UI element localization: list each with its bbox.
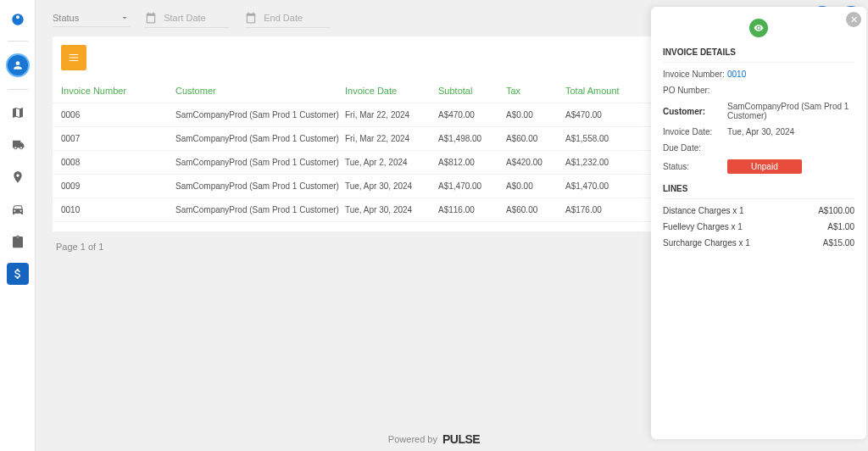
status-badge: Unpaid <box>727 159 802 174</box>
close-icon: ✕ <box>850 14 858 25</box>
divider <box>8 89 28 90</box>
sidebar-item-billing[interactable] <box>7 263 29 285</box>
eye-icon <box>754 23 764 33</box>
sidebar-item-vehicle[interactable] <box>7 198 29 220</box>
end-date-input[interactable]: End Date <box>245 8 330 28</box>
cell-invoice-number: 0010 <box>61 205 175 214</box>
app-logo <box>8 10 27 29</box>
detail-invoice-number: Invoice Number: 0010 <box>663 70 854 79</box>
cell-total: A$470.00 <box>565 110 650 120</box>
cell-total: A$1,558.00 <box>565 134 650 143</box>
user-avatar[interactable] <box>6 53 30 77</box>
footer-brand: PULSE <box>442 432 480 446</box>
line-label: Distance Charges x 1 <box>663 206 744 215</box>
line-label: Fuellevy Charges x 1 <box>663 222 743 231</box>
cell-invoice-number: 0007 <box>61 134 175 143</box>
cell-subtotal: A$116.00 <box>438 205 506 214</box>
cell-customer: SamCompanyProd (Sam Prod 1 Customer) <box>175 205 345 214</box>
calendar-icon <box>245 12 257 24</box>
divider <box>8 41 28 42</box>
cell-total: A$176.00 <box>565 205 650 214</box>
col-total[interactable]: Total Amount <box>565 86 650 96</box>
col-invoice-number[interactable]: Invoice Number <box>61 86 175 96</box>
cell-tax: A$60.00 <box>506 134 565 143</box>
close-button[interactable]: ✕ <box>846 12 861 27</box>
sidebar-item-map[interactable] <box>7 102 29 124</box>
cell-subtotal: A$470.00 <box>438 110 506 120</box>
cell-date: Fri, Mar 22, 2024 <box>345 110 438 120</box>
cell-date: Tue, Apr 30, 2024 <box>345 205 438 214</box>
status-label: Status <box>53 13 79 23</box>
sidebar-item-clipboard[interactable] <box>7 231 29 253</box>
line-amount: A$1.00 <box>827 222 854 231</box>
calendar-icon <box>145 12 157 24</box>
sidebar <box>0 0 36 451</box>
line-amount: A$15.00 <box>823 238 854 248</box>
detail-po-number: PO Number: <box>663 86 854 95</box>
sidebar-item-truck[interactable] <box>7 134 29 156</box>
cell-customer: SamCompanyProd (Sam Prod 1 Customer) <box>175 134 345 143</box>
detail-status: Status: Unpaid <box>663 159 854 174</box>
col-subtotal[interactable]: Subtotal <box>438 86 506 96</box>
cell-customer: SamCompanyProd (Sam Prod 1 Customer) <box>175 181 345 191</box>
list-icon <box>68 52 80 64</box>
powered-by-label: Powered by <box>388 434 437 444</box>
detail-due-date: Due Date: <box>663 143 854 153</box>
cell-tax: A$420.00 <box>506 158 565 167</box>
cell-total: A$1,470.00 <box>565 181 650 191</box>
cell-tax: A$0.00 <box>506 110 565 120</box>
view-badge <box>749 19 768 37</box>
col-tax[interactable]: Tax <box>506 86 565 96</box>
list-view-tab[interactable] <box>61 45 86 70</box>
invoice-number-link[interactable]: 0010 <box>727 70 746 79</box>
footer: Powered by PULSE <box>388 432 480 446</box>
line-amount: A$100.00 <box>818 206 854 215</box>
cell-subtotal: A$1,470.00 <box>438 181 506 191</box>
cell-date: Tue, Apr 2, 2024 <box>345 158 438 167</box>
line-item: Fuellevy Charges x 1A$1.00 <box>663 222 854 231</box>
detail-invoice-date: Invoice Date: Tue, Apr 30, 2024 <box>663 127 854 136</box>
detail-customer: Customer: SamCompanyProd (Sam Prod 1 Cus… <box>663 102 854 120</box>
cell-customer: SamCompanyProd (Sam Prod 1 Customer) <box>175 158 345 167</box>
line-item: Distance Charges x 1A$100.00 <box>663 206 854 215</box>
cell-invoice-number: 0006 <box>61 110 175 120</box>
cell-tax: A$60.00 <box>506 205 565 214</box>
cell-customer: SamCompanyProd (Sam Prod 1 Customer) <box>175 110 345 120</box>
cell-total: A$1,232.00 <box>565 158 650 167</box>
lines-heading: LINES <box>663 184 854 199</box>
invoice-detail-panel: ✕ INVOICE DETAILS Invoice Number: 0010 P… <box>651 7 866 439</box>
start-date-input[interactable]: Start Date <box>145 8 230 28</box>
status-filter[interactable]: Status <box>53 9 130 27</box>
sidebar-item-location[interactable] <box>7 166 29 188</box>
invoice-details-heading: INVOICE DETAILS <box>663 47 854 63</box>
cell-subtotal: A$812.00 <box>438 158 506 167</box>
col-customer[interactable]: Customer <box>175 86 345 96</box>
cell-subtotal: A$1,498.00 <box>438 134 506 143</box>
line-item: Surcharge Charges x 1A$15.00 <box>663 238 854 248</box>
chevron-down-icon <box>120 13 130 23</box>
cell-tax: A$0.00 <box>506 181 565 191</box>
line-label: Surcharge Charges x 1 <box>663 238 750 248</box>
col-invoice-date[interactable]: Invoice Date <box>345 86 438 96</box>
cell-invoice-number: 0009 <box>61 181 175 191</box>
cell-date: Fri, Mar 22, 2024 <box>345 134 438 143</box>
cell-date: Tue, Apr 30, 2024 <box>345 181 438 191</box>
cell-invoice-number: 0008 <box>61 158 175 167</box>
